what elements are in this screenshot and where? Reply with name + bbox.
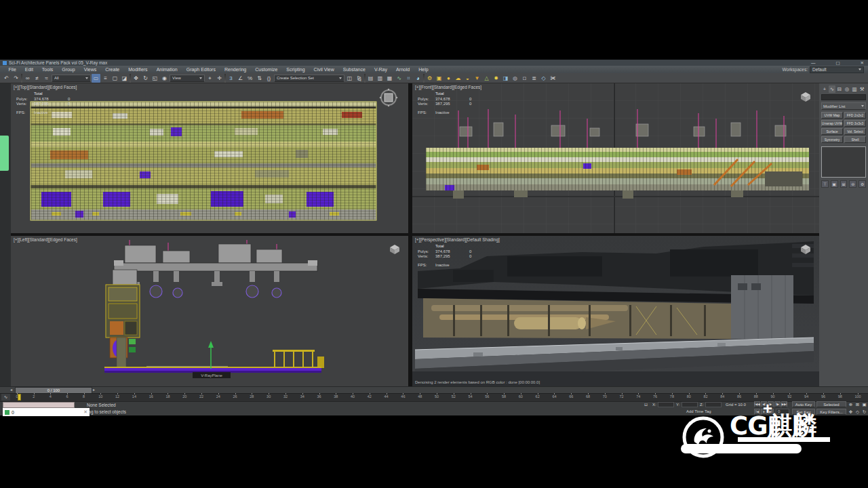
- add-time-tag[interactable]: Add Time Tag: [686, 409, 711, 413]
- maxscript-mini-listener[interactable]: [3, 402, 75, 408]
- time-cursor[interactable]: [18, 394, 21, 401]
- viewport-top-label[interactable]: [+][Top][Standard][Edged Faces]: [14, 85, 77, 89]
- field-of-view-icon[interactable]: ◇: [854, 409, 861, 415]
- redo-icon[interactable]: ↷: [12, 74, 20, 83]
- key-filters-button[interactable]: Key Filters...: [816, 409, 846, 415]
- time-slider-prev-icon[interactable]: ◂: [10, 387, 12, 392]
- set-key-button[interactable]: Set Key: [792, 409, 815, 415]
- coord-x-field[interactable]: [658, 402, 674, 407]
- selection-filter-dropdown[interactable]: All: [52, 75, 91, 82]
- select-and-link-icon[interactable]: ∞: [23, 74, 32, 83]
- mini-curve-editor-button[interactable]: ∿: [1, 394, 10, 401]
- vray-cleaner-icon[interactable]: ✀: [549, 74, 557, 83]
- pin-stack-icon[interactable]: ⊤: [821, 180, 829, 188]
- vray-camera-icon[interactable]: △: [482, 74, 491, 83]
- select-and-manipulate-icon[interactable]: ✛: [215, 74, 224, 83]
- vray-frame-buffer-icon[interactable]: ◨: [501, 74, 510, 83]
- named-selection-sets-dropdown[interactable]: Create Selection Set: [274, 75, 344, 82]
- workspace-dropdown[interactable]: Default: [810, 66, 864, 73]
- tab-create[interactable]: +: [821, 85, 828, 93]
- tab-display[interactable]: ▥: [851, 85, 858, 93]
- select-by-name-icon[interactable]: ≡: [101, 74, 110, 83]
- configure-modifier-sets-icon[interactable]: ⚙: [859, 180, 866, 188]
- modifier-button[interactable]: Surface: [821, 128, 843, 135]
- menu-item[interactable]: Views: [79, 67, 101, 72]
- tab-motion[interactable]: ◎: [844, 85, 850, 93]
- go-to-start-icon[interactable]: I◀◀: [754, 401, 760, 407]
- toggle-layer-explorer-icon[interactable]: ▥: [376, 74, 384, 83]
- viewport-left-label[interactable]: [+][Left][Standard][Edged Faces]: [14, 237, 77, 242]
- mirror-icon[interactable]: ◫: [345, 74, 354, 83]
- selection-lock-toggle-icon[interactable]: ⊡: [644, 402, 648, 407]
- edit-named-selection-sets-icon[interactable]: {}: [264, 74, 273, 83]
- menu-item[interactable]: Edit: [20, 67, 37, 72]
- undo-icon[interactable]: ↶: [2, 74, 11, 83]
- pan-icon[interactable]: ✥: [848, 409, 854, 415]
- rectangular-selection-region-icon[interactable]: ▢: [111, 74, 119, 83]
- select-object-icon[interactable]: ▭: [92, 74, 100, 83]
- rendered-frame-window-icon[interactable]: ▣: [435, 74, 443, 83]
- viewcube-icon[interactable]: [800, 92, 811, 102]
- modifier-button[interactable]: Shell: [844, 136, 866, 143]
- modifier-button[interactable]: Symmetry: [821, 136, 843, 143]
- select-and-rotate-icon[interactable]: ↻: [141, 74, 150, 83]
- vray-scene-icon[interactable]: ◘: [520, 74, 529, 83]
- window-crossing-icon[interactable]: ◪: [120, 74, 129, 83]
- remove-modifier-icon[interactable]: ⊖: [849, 180, 856, 188]
- close-button[interactable]: ✕: [861, 60, 864, 66]
- schematic-view-icon[interactable]: ⌗: [404, 74, 413, 83]
- coord-y-field[interactable]: [682, 402, 698, 407]
- angle-snap-icon[interactable]: ∠: [236, 74, 245, 83]
- menu-item[interactable]: Scripting: [282, 67, 309, 72]
- snaps-toggle-3d-icon[interactable]: 3: [226, 74, 235, 83]
- current-frame-field[interactable]: 0: [776, 409, 789, 414]
- tab-modify[interactable]: ∿: [829, 85, 835, 93]
- menu-item[interactable]: Substance: [338, 67, 370, 72]
- make-unique-icon[interactable]: ⊞: [840, 180, 848, 188]
- vray-lister-icon[interactable]: ≣: [530, 74, 538, 83]
- modifier-button[interactable]: UVW Map: [821, 112, 843, 119]
- minimize-button[interactable]: —: [811, 60, 816, 66]
- render-in-cloud-icon[interactable]: ☁: [454, 74, 462, 83]
- orbit-icon[interactable]: ↻: [861, 409, 867, 415]
- menu-item[interactable]: Graph Editors: [182, 67, 220, 72]
- key-mode-toggle-icon[interactable]: ♦: [761, 409, 767, 415]
- modifier-list-dropdown[interactable]: Modifier List: [821, 102, 866, 110]
- viewport-perspective-label[interactable]: [+][Perspective][Standard][Default Shadi…: [415, 237, 500, 242]
- vray-node-icon[interactable]: ◇: [539, 74, 548, 83]
- render-setup-icon[interactable]: ⚙: [425, 74, 434, 83]
- time-slider-track[interactable]: [0, 386, 868, 393]
- viewport-perspective[interactable]: [+][Perspective][Standard][Default Shadi…: [412, 236, 819, 386]
- vray-sun-icon[interactable]: ✸: [492, 74, 500, 83]
- curve-editor-icon[interactable]: ∿: [395, 74, 403, 83]
- unlink-selection-icon[interactable]: ≠: [33, 74, 41, 83]
- render-iterative-icon[interactable]: ◒: [463, 74, 472, 83]
- play-icon[interactable]: ▶: [768, 401, 774, 407]
- menu-item[interactable]: Tools: [37, 67, 57, 72]
- auto-key-button[interactable]: Auto Key: [792, 401, 815, 407]
- menu-item[interactable]: Animation: [152, 67, 182, 72]
- menu-item[interactable]: V-Ray: [370, 67, 391, 72]
- previous-frame-icon[interactable]: ◀I: [761, 401, 767, 407]
- show-end-result-icon[interactable]: ▣: [831, 180, 838, 188]
- tab-utilities[interactable]: ⚒: [859, 85, 865, 93]
- reference-coordinate-dropdown[interactable]: View: [170, 75, 205, 82]
- viewport-left[interactable]: [+][Left][Standard][Edged Faces] V-RayPl…: [11, 236, 408, 386]
- previous-key-icon[interactable]: I◀: [754, 409, 760, 415]
- viewcube-icon[interactable]: [800, 244, 811, 255]
- close-icon[interactable]: ✕: [83, 409, 87, 415]
- toggle-ribbon-icon[interactable]: ▦: [385, 74, 394, 83]
- viewport-front-label[interactable]: [+][Front][Standard][Edged Faces]: [415, 85, 481, 89]
- select-and-place-icon[interactable]: ◉: [160, 74, 169, 83]
- modifier-button[interactable]: FFD 2x2x2: [844, 112, 866, 119]
- menu-item[interactable]: Group: [58, 67, 79, 72]
- viewcube-icon[interactable]: [389, 244, 400, 255]
- menu-item[interactable]: Civil View: [309, 67, 338, 72]
- modifier-button[interactable]: Unwrap UVW: [821, 120, 843, 127]
- selected-dropdown[interactable]: Selected: [816, 401, 846, 407]
- object-name-field[interactable]: [821, 94, 866, 100]
- coord-z-field[interactable]: [705, 402, 722, 407]
- toggle-scene-explorer-icon[interactable]: ▤: [366, 74, 375, 83]
- percent-snap-icon[interactable]: %: [245, 74, 254, 83]
- select-and-move-icon[interactable]: ✥: [132, 74, 140, 83]
